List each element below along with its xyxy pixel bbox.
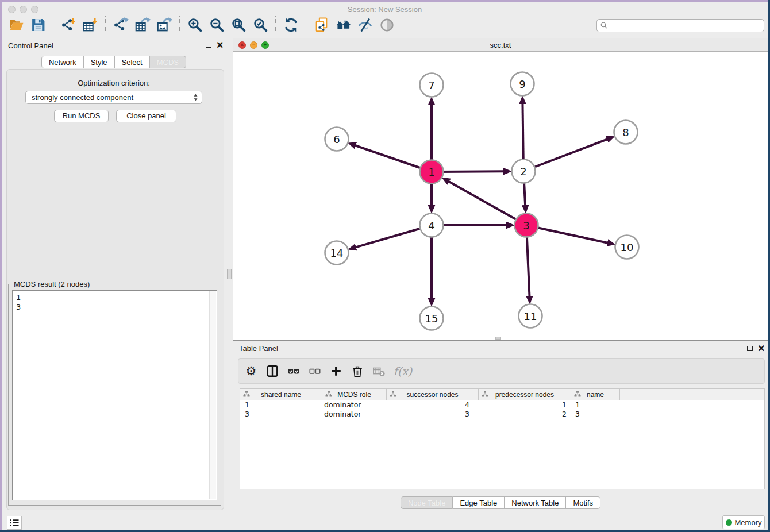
split-columns-icon xyxy=(266,365,279,377)
graph-edge-3-1[interactable] xyxy=(449,182,526,225)
network-graph-canvas[interactable]: 7968124314101511 xyxy=(233,52,768,341)
import-network-button[interactable] xyxy=(57,16,79,35)
panel-splitter-handle[interactable] xyxy=(227,269,232,279)
hide-graphics-details-button[interactable] xyxy=(354,16,376,35)
table-panel-close-icon[interactable]: ✕ xyxy=(757,345,765,352)
graph-node-label: 6 xyxy=(333,133,340,145)
function-builder-icon: f(x) xyxy=(394,365,413,377)
table-row[interactable]: 1dominator411 xyxy=(240,400,764,410)
graph-node-4[interactable]: 4 xyxy=(420,214,444,237)
network-window-titlebar[interactable]: × − + scc.txt xyxy=(233,38,768,52)
toolbar-separator xyxy=(53,16,53,34)
select-stepper-icon xyxy=(193,93,198,102)
graph-node-10[interactable]: 10 xyxy=(615,236,639,259)
export-image-button[interactable] xyxy=(153,16,175,35)
column-header-predecessor-nodes[interactable]: predecessor nodes xyxy=(479,389,571,400)
zoom-fit-button[interactable] xyxy=(228,16,249,35)
zoom-out-button[interactable] xyxy=(206,16,228,35)
save-session-button[interactable] xyxy=(27,16,49,35)
memory-button[interactable]: Memory xyxy=(722,515,765,529)
search-input[interactable] xyxy=(609,21,764,30)
toolbar-separator xyxy=(105,16,106,34)
graph-node-3[interactable]: 3 xyxy=(515,214,538,237)
table-cell[interactable]: 4 xyxy=(387,400,479,410)
column-type-icon xyxy=(325,391,332,398)
control-panel-close-icon[interactable]: ✕ xyxy=(216,42,224,49)
table-cell[interactable]: 1 xyxy=(240,400,322,410)
zoom-fit-icon xyxy=(231,17,247,33)
home-networks-button[interactable] xyxy=(332,16,354,35)
show-details-disabled-button[interactable] xyxy=(376,16,398,35)
export-table-button[interactable] xyxy=(132,16,153,35)
open-session-button[interactable] xyxy=(5,16,27,35)
search-field[interactable] xyxy=(596,19,764,32)
graph-node-2[interactable]: 2 xyxy=(512,160,536,183)
split-columns-button[interactable] xyxy=(264,363,281,380)
column-header-label: name xyxy=(587,391,604,399)
close-panel-button[interactable]: Close panel xyxy=(116,110,176,122)
column-header-MCDS-role[interactable]: MCDS role xyxy=(322,389,387,400)
graph-node-14[interactable]: 14 xyxy=(325,241,349,265)
column-header-successor-nodes[interactable]: successor nodes xyxy=(387,389,479,400)
tab-mcds[interactable]: MCDS xyxy=(150,56,186,68)
zoom-selected-button[interactable] xyxy=(249,16,271,35)
graph-node-7[interactable]: 7 xyxy=(420,74,444,97)
show-details-disabled-icon xyxy=(379,17,395,33)
table-row[interactable]: 3dominator323 xyxy=(240,410,764,419)
memory-label: Memory xyxy=(735,518,762,527)
graph-node-1[interactable]: 1 xyxy=(420,160,444,184)
deselect-all-checks-button[interactable] xyxy=(306,363,324,380)
mcds-result-line: 1 xyxy=(16,292,21,302)
run-mcds-button[interactable]: Run MCDS xyxy=(54,110,109,122)
table-cell[interactable]: 3 xyxy=(571,410,620,419)
column-header-shared-name[interactable]: shared name xyxy=(240,389,322,400)
table-cell[interactable]: 2 xyxy=(479,410,571,419)
tab-network-table[interactable]: Network Table xyxy=(505,496,566,509)
clone-network-icon xyxy=(314,17,329,33)
graph-node-8[interactable]: 8 xyxy=(614,121,638,144)
refresh-layout-icon xyxy=(283,17,299,33)
refresh-layout-button[interactable] xyxy=(280,16,302,35)
graph-node-15[interactable]: 15 xyxy=(420,307,444,330)
table-cell[interactable]: 3 xyxy=(240,410,322,419)
graph-edge-2-8[interactable] xyxy=(523,139,607,171)
graph-node-9[interactable]: 9 xyxy=(511,72,534,96)
trash-button[interactable] xyxy=(349,363,366,380)
tab-style[interactable]: Style xyxy=(84,56,115,68)
tab-node-table[interactable]: Node Table xyxy=(401,496,453,509)
network-window-resize-grip[interactable] xyxy=(495,337,501,340)
add-button[interactable] xyxy=(328,363,345,380)
zoom-in-button[interactable] xyxy=(184,16,206,35)
graph-node-11[interactable]: 11 xyxy=(519,304,542,328)
clone-network-button[interactable] xyxy=(310,16,332,35)
export-network-button[interactable] xyxy=(110,16,132,35)
column-header-label: successor nodes xyxy=(406,391,458,399)
task-history-button[interactable] xyxy=(7,516,22,530)
tab-edge-table[interactable]: Edge Table xyxy=(453,496,505,509)
control-panel-float-icon[interactable] xyxy=(206,43,211,48)
table-cell[interactable]: dominator xyxy=(322,410,387,419)
graph-node-label: 8 xyxy=(622,126,629,138)
window-edge-top xyxy=(0,0,770,2)
select-all-checks-button[interactable] xyxy=(285,363,302,380)
table-cell[interactable]: 1 xyxy=(479,400,571,410)
graph-node-label: 9 xyxy=(519,78,525,90)
gear-button[interactable]: ⚙ xyxy=(242,363,260,380)
graph-node-label: 11 xyxy=(524,310,537,322)
mcds-result-textarea[interactable]: 13 xyxy=(12,290,217,500)
mcds-result-scrollbar[interactable] xyxy=(209,291,216,499)
tab-motifs[interactable]: Motifs xyxy=(566,496,600,509)
graph-node-6[interactable]: 6 xyxy=(325,128,349,151)
table-cell[interactable]: 1 xyxy=(571,400,620,410)
import-table-button[interactable] xyxy=(79,16,101,35)
tab-select[interactable]: Select xyxy=(115,56,150,68)
table-cell[interactable]: 3 xyxy=(387,410,479,419)
tab-network[interactable]: Network xyxy=(41,56,84,68)
open-session-icon xyxy=(9,17,24,33)
table-cell[interactable]: dominator xyxy=(322,400,387,410)
delete-column-disabled-icon xyxy=(372,365,385,377)
optimization-criterion-select[interactable]: strongly connected component xyxy=(25,91,202,104)
column-header-name[interactable]: name xyxy=(571,389,620,400)
mcds-result-line: 3 xyxy=(16,302,21,312)
table-panel-float-icon[interactable] xyxy=(747,346,753,351)
